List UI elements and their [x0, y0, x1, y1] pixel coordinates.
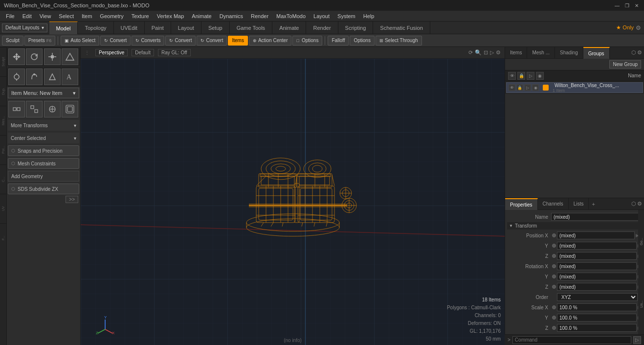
- tab-shading[interactable]: Shading: [555, 47, 583, 59]
- close-button[interactable]: ✕: [633, 2, 640, 9]
- viewport[interactable]: ⋮ Perspective Default Ray GL: Off ⟳ 🔍 ⊡ …: [81, 47, 505, 345]
- props-tab-channels[interactable]: Channels: [538, 198, 569, 210]
- tab-model[interactable]: Model: [49, 22, 78, 34]
- order-dropdown[interactable]: XYZ: [557, 293, 638, 301]
- mesh-constraints-button[interactable]: ⬡ Mesh Constraints: [8, 158, 79, 169]
- menu-select[interactable]: Select: [55, 11, 78, 22]
- tab-items[interactable]: Items: [505, 47, 527, 59]
- scale-tool-icon[interactable]: [44, 48, 61, 65]
- menu-render[interactable]: Render: [247, 11, 272, 22]
- add-tab-button[interactable]: +: [589, 201, 598, 207]
- tool-icon-5[interactable]: [8, 69, 25, 85]
- items-button[interactable]: Items: [228, 36, 247, 46]
- eye-header-icon[interactable]: 👁: [508, 72, 516, 80]
- props-tab-lists[interactable]: Lists: [569, 198, 589, 210]
- rotation-x-value[interactable]: (mixed): [557, 262, 637, 270]
- props-expand-icon[interactable]: ⬡: [631, 201, 636, 207]
- props-settings-icon[interactable]: ⚙: [637, 201, 642, 207]
- menu-item[interactable]: Item: [78, 11, 96, 22]
- position-x-value[interactable]: (mixed): [557, 231, 635, 239]
- scale-z-value[interactable]: 100.0 %: [557, 324, 637, 332]
- rotate-tool-icon[interactable]: [26, 48, 43, 65]
- item-lock-icon[interactable]: 🔒: [516, 84, 523, 91]
- props-tab-properties[interactable]: Properties: [505, 198, 538, 210]
- command-execute-icon[interactable]: ▷: [633, 336, 641, 344]
- tab-topology[interactable]: Topology: [78, 22, 113, 34]
- converts-button[interactable]: ↻ Converts: [132, 36, 164, 46]
- command-input[interactable]: [512, 336, 631, 344]
- menu-help[interactable]: Help: [359, 11, 378, 22]
- scale-x-value[interactable]: 100.0 %: [557, 303, 637, 311]
- default-label[interactable]: Default: [132, 49, 154, 56]
- tab-paint[interactable]: Paint: [145, 22, 171, 34]
- name-prop-value[interactable]: (mixed): [551, 213, 642, 221]
- maximize-button[interactable]: ❐: [623, 2, 630, 9]
- transform-icon-2[interactable]: [26, 101, 43, 117]
- convert-button-3[interactable]: ↻ Convert: [197, 36, 227, 46]
- transform-icon-3[interactable]: [44, 101, 61, 117]
- frame-icon[interactable]: ⊡: [484, 49, 488, 56]
- tool-icon-8[interactable]: A: [62, 69, 78, 85]
- menu-maxtomodo[interactable]: MaxToModo: [272, 11, 310, 22]
- tab-render[interactable]: Render: [306, 22, 338, 34]
- options-button-2[interactable]: Options: [350, 36, 374, 46]
- menu-geometry[interactable]: Geometry: [96, 11, 127, 22]
- convert-button-1[interactable]: ↻ Convert: [100, 36, 131, 46]
- layout-dropdown[interactable]: Default Layouts ▾: [2, 23, 47, 32]
- menu-vertex-map[interactable]: Vertex Map: [153, 11, 188, 22]
- triangle-tool-icon[interactable]: [62, 48, 78, 65]
- item-solo-icon[interactable]: ◉: [532, 84, 539, 91]
- menu-edit[interactable]: Edit: [19, 11, 36, 22]
- star-only-button[interactable]: ★ Only: [616, 24, 634, 31]
- transform-icon-4[interactable]: [62, 101, 78, 117]
- render-header-icon[interactable]: ▷: [527, 72, 534, 80]
- tab-scripting[interactable]: Scripting: [338, 22, 374, 34]
- expand-panel-icon[interactable]: ⬡: [631, 49, 636, 56]
- auto-select-button[interactable]: ▣ Auto Select: [61, 36, 99, 46]
- transform-icon-1[interactable]: [8, 101, 25, 117]
- tab-mesh[interactable]: Mesh ...: [527, 47, 555, 59]
- rotation-z-value[interactable]: (mixed): [557, 283, 637, 291]
- menu-view[interactable]: View: [36, 11, 55, 22]
- new-group-button[interactable]: New Group: [609, 60, 641, 69]
- item-render-icon[interactable]: ▷: [524, 84, 531, 91]
- perspective-label[interactable]: Perspective: [95, 49, 128, 56]
- tab-gametools[interactable]: Game Tools: [230, 22, 273, 34]
- tab-uvedit[interactable]: UVEdit: [114, 22, 145, 34]
- position-y-value[interactable]: (mixed): [557, 242, 637, 250]
- tool-icon-7[interactable]: [44, 69, 61, 85]
- menu-system[interactable]: System: [333, 11, 359, 22]
- menu-file[interactable]: File: [2, 11, 19, 22]
- position-z-value[interactable]: (mixed): [557, 252, 637, 260]
- menu-animate[interactable]: Animate: [188, 11, 215, 22]
- viewport-canvas[interactable]: Y X Z 18 Items Polygons : Catmull-Clark …: [81, 59, 505, 345]
- panel-settings-icon[interactable]: ⚙: [637, 49, 642, 56]
- menu-layout[interactable]: Layout: [310, 11, 333, 22]
- action-center-button[interactable]: ⊕ Action Center: [249, 36, 292, 46]
- settings-icon[interactable]: ⚙: [636, 24, 641, 31]
- more-transforms-dropdown[interactable]: More Transforms ▾: [8, 120, 79, 131]
- tab-groups[interactable]: Groups: [583, 47, 610, 59]
- expand-tools-button[interactable]: >>: [7, 195, 80, 203]
- center-selected-dropdown[interactable]: Center Selected ▾: [8, 133, 79, 143]
- tab-animate[interactable]: Animate: [272, 22, 306, 34]
- move-tool-icon[interactable]: [8, 48, 25, 65]
- rotate-view-icon[interactable]: ⟳: [468, 49, 473, 56]
- sds-subdivide-button[interactable]: ⬡ SDS Subdivide ZX: [8, 184, 79, 194]
- rotation-y-value[interactable]: (mixed): [557, 273, 637, 280]
- tool-icon-6[interactable]: [26, 69, 43, 85]
- add-geometry-section[interactable]: Add Geometry: [8, 171, 79, 182]
- tab-layout[interactable]: Layout: [171, 22, 201, 34]
- raygl-label[interactable]: Ray GL: Off: [158, 49, 191, 56]
- item-eye-icon[interactable]: 👁: [509, 84, 515, 91]
- falloff-button[interactable]: Falloff: [328, 36, 349, 46]
- item-menu[interactable]: Item Menu: New Item ▾: [8, 88, 79, 98]
- solo-header-icon[interactable]: ◉: [536, 72, 544, 80]
- tab-schematic[interactable]: Schematic Fusion: [373, 22, 430, 34]
- scale-y-value[interactable]: 100.0 %: [557, 314, 637, 322]
- presets-button[interactable]: Presets F6: [24, 36, 55, 46]
- minimize-button[interactable]: —: [614, 2, 621, 9]
- zoom-icon[interactable]: 🔍: [475, 49, 482, 56]
- viewport-settings-icon[interactable]: ⚙: [496, 49, 501, 56]
- lock-header-icon[interactable]: 🔒: [517, 72, 525, 80]
